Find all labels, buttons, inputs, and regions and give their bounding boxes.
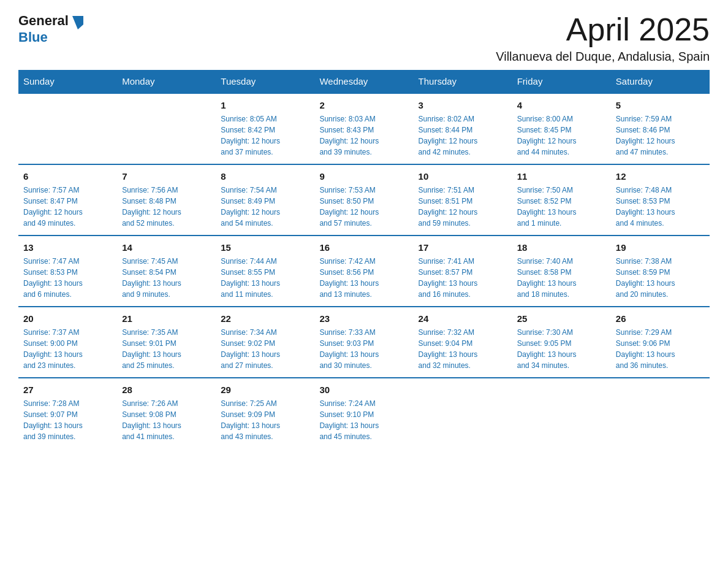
calendar-week-row: 13Sunrise: 7:47 AMSunset: 8:53 PMDayligh… <box>18 236 710 307</box>
calendar-header-saturday: Saturday <box>611 70 710 93</box>
day-number: 14 <box>122 241 211 254</box>
day-info: Sunrise: 7:34 AMSunset: 9:02 PMDaylight:… <box>221 327 309 371</box>
calendar-cell: 17Sunrise: 7:41 AMSunset: 8:57 PMDayligh… <box>414 236 512 307</box>
day-number: 29 <box>221 383 309 396</box>
calendar-week-row: 6Sunrise: 7:57 AMSunset: 8:47 PMDaylight… <box>18 164 710 236</box>
calendar-cell: 2Sunrise: 8:03 AMSunset: 8:43 PMDaylight… <box>314 93 413 164</box>
title-block: April 2025 Villanueva del Duque, Andalus… <box>496 12 710 64</box>
day-number: 15 <box>221 241 309 254</box>
logo-general-text: General <box>18 13 69 29</box>
day-info: Sunrise: 7:42 AMSunset: 8:56 PMDaylight:… <box>319 256 408 300</box>
day-number: 7 <box>122 170 211 183</box>
day-info: Sunrise: 7:53 AMSunset: 8:50 PMDaylight:… <box>319 185 408 229</box>
calendar-cell: 14Sunrise: 7:45 AMSunset: 8:54 PMDayligh… <box>117 236 216 307</box>
calendar-cell: 18Sunrise: 7:40 AMSunset: 8:58 PMDayligh… <box>512 236 611 307</box>
day-info: Sunrise: 8:05 AMSunset: 8:42 PMDaylight:… <box>221 113 309 158</box>
month-title: April 2025 <box>496 12 710 47</box>
day-number: 25 <box>517 312 606 325</box>
day-info: Sunrise: 7:40 AMSunset: 8:58 PMDaylight:… <box>517 256 606 300</box>
day-number: 18 <box>517 241 606 254</box>
calendar-cell: 21Sunrise: 7:35 AMSunset: 9:01 PMDayligh… <box>117 307 216 378</box>
logo-blue-text: Blue <box>18 29 48 45</box>
day-info: Sunrise: 7:26 AMSunset: 9:08 PMDaylight:… <box>122 398 211 442</box>
calendar-week-row: 1Sunrise: 8:05 AMSunset: 8:42 PMDaylight… <box>18 93 710 164</box>
day-info: Sunrise: 7:37 AMSunset: 9:00 PMDaylight:… <box>23 327 112 371</box>
day-info: Sunrise: 7:32 AMSunset: 9:04 PMDaylight:… <box>419 327 507 371</box>
calendar-header-wednesday: Wednesday <box>314 70 413 93</box>
day-number: 26 <box>616 312 705 325</box>
calendar-header-row: SundayMondayTuesdayWednesdayThursdayFrid… <box>18 70 710 93</box>
day-info: Sunrise: 7:25 AMSunset: 9:09 PMDaylight:… <box>221 398 309 442</box>
calendar-cell: 29Sunrise: 7:25 AMSunset: 9:09 PMDayligh… <box>216 378 314 448</box>
calendar-cell: 30Sunrise: 7:24 AMSunset: 9:10 PMDayligh… <box>314 378 413 448</box>
calendar-cell: 7Sunrise: 7:56 AMSunset: 8:48 PMDaylight… <box>117 164 216 236</box>
day-number: 2 <box>319 99 408 112</box>
calendar-cell: 4Sunrise: 8:00 AMSunset: 8:45 PMDaylight… <box>512 93 611 164</box>
svg-marker-0 <box>72 16 83 29</box>
calendar-cell <box>414 378 512 448</box>
location-subtitle: Villanueva del Duque, Andalusia, Spain <box>496 50 710 64</box>
calendar-cell <box>512 378 611 448</box>
day-info: Sunrise: 7:35 AMSunset: 9:01 PMDaylight:… <box>122 327 211 371</box>
day-number: 13 <box>23 241 112 254</box>
day-number: 9 <box>319 170 408 183</box>
day-info: Sunrise: 7:28 AMSunset: 9:07 PMDaylight:… <box>23 398 112 442</box>
day-number: 24 <box>419 312 507 325</box>
day-info: Sunrise: 7:38 AMSunset: 8:59 PMDaylight:… <box>616 256 705 300</box>
day-number: 4 <box>517 99 606 112</box>
day-number: 8 <box>221 170 309 183</box>
day-number: 1 <box>221 99 309 112</box>
day-number: 30 <box>319 383 408 396</box>
logo: General Blue <box>18 12 86 45</box>
day-info: Sunrise: 7:47 AMSunset: 8:53 PMDaylight:… <box>23 256 112 300</box>
day-number: 12 <box>616 170 705 183</box>
day-info: Sunrise: 8:02 AMSunset: 8:44 PMDaylight:… <box>419 113 507 158</box>
calendar-header-thursday: Thursday <box>414 70 512 93</box>
calendar-cell <box>611 378 710 448</box>
calendar-header-tuesday: Tuesday <box>216 70 314 93</box>
day-info: Sunrise: 7:54 AMSunset: 8:49 PMDaylight:… <box>221 185 309 229</box>
calendar-cell <box>117 93 216 164</box>
day-number: 11 <box>517 170 606 183</box>
day-info: Sunrise: 7:51 AMSunset: 8:51 PMDaylight:… <box>419 185 507 229</box>
day-info: Sunrise: 8:00 AMSunset: 8:45 PMDaylight:… <box>517 113 606 158</box>
day-number: 3 <box>419 99 507 112</box>
day-number: 22 <box>221 312 309 325</box>
day-info: Sunrise: 7:57 AMSunset: 8:47 PMDaylight:… <box>23 185 112 229</box>
day-info: Sunrise: 7:41 AMSunset: 8:57 PMDaylight:… <box>419 256 507 300</box>
day-info: Sunrise: 7:44 AMSunset: 8:55 PMDaylight:… <box>221 256 309 300</box>
calendar-header-friday: Friday <box>512 70 611 93</box>
calendar-cell: 24Sunrise: 7:32 AMSunset: 9:04 PMDayligh… <box>414 307 512 378</box>
day-info: Sunrise: 7:30 AMSunset: 9:05 PMDaylight:… <box>517 327 606 371</box>
calendar-cell: 8Sunrise: 7:54 AMSunset: 8:49 PMDaylight… <box>216 164 314 236</box>
calendar-week-row: 20Sunrise: 7:37 AMSunset: 9:00 PMDayligh… <box>18 307 710 378</box>
day-number: 16 <box>319 241 408 254</box>
calendar-cell: 6Sunrise: 7:57 AMSunset: 8:47 PMDaylight… <box>18 164 117 236</box>
day-number: 6 <box>23 170 112 183</box>
day-number: 19 <box>616 241 705 254</box>
calendar-table: SundayMondayTuesdayWednesdayThursdayFrid… <box>18 70 710 448</box>
calendar-cell: 9Sunrise: 7:53 AMSunset: 8:50 PMDaylight… <box>314 164 413 236</box>
day-number: 28 <box>122 383 211 396</box>
calendar-cell: 1Sunrise: 8:05 AMSunset: 8:42 PMDaylight… <box>216 93 314 164</box>
day-info: Sunrise: 7:45 AMSunset: 8:54 PMDaylight:… <box>122 256 211 300</box>
calendar-header-monday: Monday <box>117 70 216 93</box>
calendar-cell: 27Sunrise: 7:28 AMSunset: 9:07 PMDayligh… <box>18 378 117 448</box>
calendar-header-sunday: Sunday <box>18 70 117 93</box>
day-number: 10 <box>419 170 507 183</box>
day-info: Sunrise: 7:50 AMSunset: 8:52 PMDaylight:… <box>517 185 606 229</box>
day-number: 27 <box>23 383 112 396</box>
day-number: 21 <box>122 312 211 325</box>
calendar-cell: 20Sunrise: 7:37 AMSunset: 9:00 PMDayligh… <box>18 307 117 378</box>
logo-arrow-icon <box>70 13 86 29</box>
calendar-cell: 5Sunrise: 7:59 AMSunset: 8:46 PMDaylight… <box>611 93 710 164</box>
day-number: 20 <box>23 312 112 325</box>
calendar-cell: 23Sunrise: 7:33 AMSunset: 9:03 PMDayligh… <box>314 307 413 378</box>
day-info: Sunrise: 7:59 AMSunset: 8:46 PMDaylight:… <box>616 113 705 158</box>
calendar-cell: 10Sunrise: 7:51 AMSunset: 8:51 PMDayligh… <box>414 164 512 236</box>
calendar-cell: 26Sunrise: 7:29 AMSunset: 9:06 PMDayligh… <box>611 307 710 378</box>
page-header: General Blue April 2025 Villanueva del D… <box>18 12 710 64</box>
day-number: 17 <box>419 241 507 254</box>
day-info: Sunrise: 7:24 AMSunset: 9:10 PMDaylight:… <box>319 398 408 442</box>
day-info: Sunrise: 7:33 AMSunset: 9:03 PMDaylight:… <box>319 327 408 371</box>
